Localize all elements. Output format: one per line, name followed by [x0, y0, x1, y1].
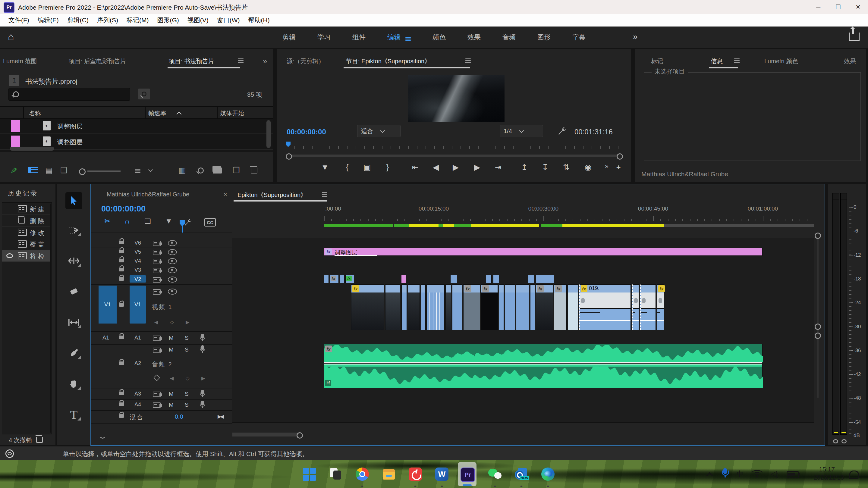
clip-v1[interactable] [401, 284, 407, 330]
track-label-V4[interactable]: V4 [130, 258, 146, 264]
find-button[interactable] [138, 89, 150, 99]
mark-out-button[interactable]: } [386, 163, 389, 172]
notifications-bell-icon[interactable] [849, 470, 859, 478]
source-patch-a1[interactable]: A1 [102, 335, 109, 341]
workspace-tab-剪辑[interactable]: 剪辑 [282, 33, 296, 42]
extract-button[interactable]: ↧ [542, 163, 549, 172]
ime-indicator[interactable]: 中 [737, 469, 743, 478]
keyframe-nav[interactable]: ◇ [170, 319, 174, 325]
clip-v1[interactable]: fx [351, 284, 384, 330]
sequence-name-label[interactable]: Matthias Ullrich&Raffael Grube [641, 170, 728, 178]
razor-tool[interactable] [65, 284, 82, 299]
eye-icon[interactable] [168, 267, 177, 273]
menu-item-5[interactable]: 图形(G) [157, 16, 179, 24]
mute-solo-button[interactable]: S [185, 335, 189, 341]
volume-rubber-band[interactable] [324, 364, 762, 364]
minimize-button[interactable]: ─ [808, 0, 828, 14]
search-input[interactable] [8, 88, 130, 101]
source-patch-v1[interactable]: V1 [98, 286, 117, 324]
zoom-handle-right[interactable] [617, 153, 623, 160]
file-explorer-icon[interactable] [382, 467, 396, 481]
track-label-a2[interactable]: A2 [130, 360, 146, 367]
track-label-V6[interactable]: V6 [130, 240, 146, 247]
sync-lock-icon[interactable] [153, 277, 161, 283]
history-item-删除[interactable]: 删除 [2, 215, 51, 227]
track-lane[interactable] [232, 410, 814, 423]
tab-info[interactable]: 信息 [711, 57, 723, 65]
add-marker-button[interactable]: ▼ [321, 163, 329, 172]
step-forward-button[interactable]: ▶ [474, 163, 480, 172]
track-lane[interactable] [232, 388, 814, 399]
eye-icon[interactable] [168, 240, 177, 246]
zoom-slider-track[interactable] [87, 170, 121, 172]
lock-icon[interactable] [119, 335, 124, 339]
clip-adjustment-layer[interactable]: fx调整图层 [324, 248, 763, 256]
clock-date[interactable]: 2023/12/13 [814, 474, 844, 481]
safe-margins-button[interactable]: ▣ [364, 163, 371, 172]
clip-v1[interactable] [505, 284, 515, 330]
sync-lock-icon[interactable] [153, 268, 161, 273]
workspace-tab-效果[interactable]: 效果 [467, 33, 481, 42]
menu-item-2[interactable]: 剪辑(C) [67, 16, 89, 24]
speaker-icon[interactable]: ◁) [770, 469, 779, 479]
sync-lock-icon[interactable] [153, 402, 161, 408]
lock-icon[interactable] [119, 277, 124, 281]
panel-menu-icon[interactable] [734, 60, 740, 61]
program-preview[interactable] [408, 75, 504, 122]
timeline-settings-wrench-icon[interactable] [184, 218, 192, 227]
clip-v1[interactable] [427, 284, 444, 330]
clip-v2[interactable] [450, 275, 457, 283]
menu-item-8[interactable]: 帮助(H) [248, 16, 270, 24]
table-row[interactable]: ◐ 调整图层 [0, 119, 273, 134]
tab-effects[interactable]: 效果 [844, 57, 856, 65]
clip-v1[interactable] [408, 284, 420, 330]
timeline-timecode[interactable]: 00:00:00:00 [101, 204, 146, 214]
mix-value[interactable]: 0.0 [175, 413, 183, 420]
lock-icon[interactable] [119, 303, 124, 307]
sync-lock-icon[interactable] [153, 250, 161, 255]
bowtie-icon[interactable]: ▶◀ [218, 414, 223, 419]
audio-meters-panel[interactable]: 0-6-12-18-24-30-36-42-48-54dB [828, 184, 866, 445]
zoom-level-dropdown[interactable]: 适合 [357, 125, 401, 137]
tab-markers[interactable]: 标记 [651, 57, 663, 65]
clip-v2[interactable] [340, 275, 344, 283]
creative-cloud-icon[interactable] [5, 450, 14, 458]
selection-tool[interactable] [65, 192, 82, 209]
timeline-content[interactable]: :00:0000:00:15:0000:00:30:0000:00:45:000… [232, 184, 814, 445]
track-header-A3[interactable]: A3MS [91, 389, 232, 400]
menu-item-7[interactable]: 窗口(W) [217, 16, 240, 24]
close-button[interactable]: ✕ [848, 0, 868, 14]
record-mic-icon[interactable] [201, 390, 204, 395]
mute-solo-button[interactable]: M [169, 335, 174, 341]
keyframe-nav[interactable]: ▶ [186, 319, 189, 325]
mute-solo-button[interactable]: S [185, 391, 189, 397]
track-lane[interactable] [232, 238, 814, 248]
track-header-V5[interactable]: V5 [91, 248, 232, 257]
freeform-view-button[interactable]: ❏ [60, 166, 67, 175]
lock-icon[interactable] [119, 414, 124, 418]
step-back-button[interactable]: ◀ [433, 163, 439, 172]
automate-to-sequence-button[interactable]: ▥ [179, 166, 186, 175]
mute-solo-button[interactable]: M [169, 391, 174, 397]
tab-project-backroom[interactable]: 项目: 后室电影预告片 [69, 57, 126, 65]
item-name[interactable]: 调整图层 [57, 122, 83, 131]
workspace-tab-编辑[interactable]: 编辑 [387, 33, 411, 42]
track-lane[interactable] [232, 256, 814, 266]
clip-v1[interactable] [445, 284, 451, 330]
audio-lane-right[interactable]: R [324, 363, 763, 387]
breadcrumb[interactable]: 书法预告片.prproj [25, 77, 77, 86]
new-bin-icon[interactable] [213, 167, 222, 173]
workspace-tab-组件[interactable]: 组件 [352, 33, 366, 42]
keyframe-nav[interactable]: ◀ [154, 319, 158, 325]
track-label-A3[interactable]: A3 [130, 391, 146, 399]
clip-v1[interactable] [452, 284, 462, 330]
find-button-icon[interactable] [198, 167, 204, 173]
lock-icon[interactable] [119, 250, 124, 253]
volume-rubber-band[interactable] [324, 362, 762, 363]
track-label-A1[interactable]: A1 [130, 335, 146, 344]
mute-solo-button[interactable]: M [169, 347, 174, 353]
tray-chevron-up-icon[interactable] [707, 472, 712, 480]
playback-resolution-dropdown[interactable]: 1/4 [500, 125, 543, 137]
label-color-swatch[interactable] [11, 135, 20, 148]
eye-icon[interactable] [168, 276, 177, 283]
